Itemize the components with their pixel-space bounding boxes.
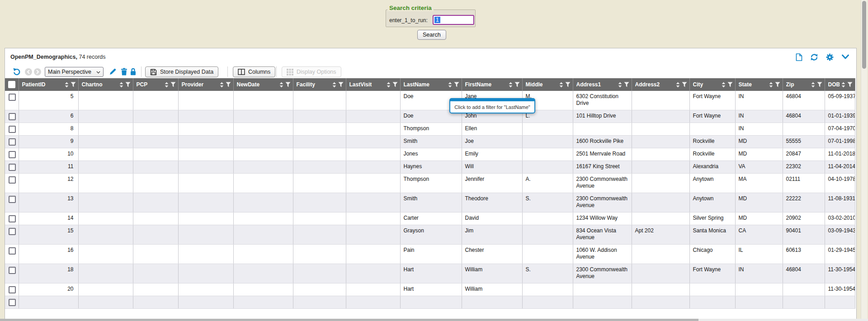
cell-dob: 04-10-1978 (825, 174, 855, 193)
row-checkbox[interactable] (9, 151, 16, 158)
column-header-chartno[interactable]: Chartno (78, 78, 133, 91)
new-document-icon[interactable] (796, 53, 802, 61)
toolbar-separator (227, 66, 228, 77)
column-header-state[interactable]: State (735, 78, 783, 91)
column-label: Zip (786, 81, 809, 88)
row-checkbox[interactable] (9, 299, 16, 306)
filter-icon[interactable] (392, 82, 398, 87)
row-checkbox[interactable] (9, 215, 16, 222)
row-checkbox[interactable] (9, 164, 16, 171)
sort-icon[interactable] (448, 82, 452, 88)
filter-icon[interactable] (125, 82, 131, 87)
edit-pencil-icon[interactable] (109, 68, 117, 76)
filter-icon[interactable] (454, 82, 459, 87)
row-checkbox[interactable] (9, 286, 16, 293)
cell-zip: 20902 (783, 212, 825, 225)
row-checkbox[interactable] (9, 267, 16, 274)
column-header-newdate[interactable]: NewDate (233, 78, 293, 91)
refresh-icon[interactable] (810, 53, 818, 61)
cell-state: MA (735, 174, 783, 193)
search-input[interactable]: 1 (433, 15, 474, 25)
column-header-address2[interactable]: Address2 (632, 78, 689, 91)
sort-icon[interactable] (811, 82, 815, 88)
cell-firstname: Chester (462, 245, 522, 264)
row-checkbox[interactable] (9, 138, 16, 146)
row-checkbox[interactable] (9, 247, 16, 255)
column-label: Address2 (635, 81, 674, 88)
column-header-zip[interactable]: Zip (783, 78, 825, 91)
cell-lastname: Pain (400, 245, 462, 264)
column-header-dob[interactable]: DOB (825, 78, 855, 91)
cell-pcp (133, 283, 178, 296)
search-button[interactable]: Search (417, 30, 446, 40)
columns-button[interactable]: Columns (233, 66, 275, 77)
cell-patientid: 8 (19, 123, 78, 136)
cell-zip: 55555 (783, 136, 825, 148)
sort-icon[interactable] (559, 82, 563, 88)
filter-icon[interactable] (514, 82, 520, 87)
column-header-pcp[interactable]: PCP (133, 78, 178, 91)
horizontal-scrollbar-thumb[interactable] (0, 319, 698, 321)
sort-icon[interactable] (165, 82, 169, 88)
cell-provider (178, 283, 233, 296)
sort-icon[interactable] (220, 82, 224, 88)
row-checkbox[interactable] (9, 126, 16, 133)
sort-icon[interactable] (841, 82, 845, 88)
filter-icon[interactable] (727, 82, 733, 87)
previous-icon[interactable] (25, 68, 32, 76)
filter-icon[interactable] (565, 82, 571, 87)
row-checkbox[interactable] (9, 176, 16, 184)
sort-icon[interactable] (279, 82, 283, 88)
row-checkbox[interactable] (9, 94, 16, 101)
column-header-middle[interactable]: Middle (522, 78, 573, 91)
perspective-select[interactable]: Main Perspective (45, 67, 104, 77)
cell-newdate (233, 136, 293, 148)
column-header-address1[interactable]: Address1 (573, 78, 632, 91)
filter-icon[interactable] (338, 82, 344, 87)
row-checkbox-cell (5, 193, 19, 212)
sort-icon[interactable] (332, 82, 336, 88)
select-all-checkbox[interactable] (5, 78, 19, 91)
settings-gear-icon[interactable] (826, 53, 834, 61)
sort-icon[interactable] (119, 82, 123, 88)
sort-icon[interactable] (676, 82, 680, 88)
filter-icon[interactable] (624, 82, 629, 87)
sort-icon[interactable] (769, 82, 773, 88)
checkbox-icon[interactable] (8, 81, 15, 88)
column-header-facility[interactable]: Facility (293, 78, 346, 91)
filter-icon[interactable] (285, 82, 291, 87)
column-header-patientid[interactable]: PatientID (19, 78, 78, 91)
row-checkbox[interactable] (9, 228, 16, 235)
vertical-scrollbar[interactable] (861, 0, 867, 321)
next-icon[interactable] (34, 68, 41, 76)
toolbar-separator (276, 66, 277, 77)
filter-icon[interactable] (847, 82, 853, 87)
row-checkbox[interactable] (9, 113, 16, 120)
filter-icon[interactable] (682, 82, 687, 87)
undo-icon[interactable] (13, 67, 21, 76)
trash-icon[interactable] (121, 68, 127, 76)
filter-icon[interactable] (817, 82, 822, 87)
row-checkbox[interactable] (9, 196, 16, 203)
filter-icon[interactable] (170, 82, 176, 87)
column-header-firstname[interactable]: FirstName (462, 78, 522, 91)
vertical-scrollbar-thumb[interactable] (862, 1, 866, 69)
sort-icon[interactable] (509, 82, 513, 88)
column-header-lastname[interactable]: LastName (400, 78, 462, 91)
sort-icon[interactable] (722, 82, 726, 88)
column-header-lastvisit[interactable]: LastVisit (346, 78, 400, 91)
lock-icon[interactable] (130, 68, 137, 76)
store-displayed-data-button[interactable]: Store Displayed Data (145, 66, 218, 77)
filter-icon[interactable] (775, 82, 780, 87)
filter-icon[interactable] (226, 82, 231, 87)
sort-icon[interactable] (65, 82, 69, 88)
sort-icon[interactable] (387, 82, 391, 88)
sort-icon[interactable] (618, 82, 622, 88)
collapse-chevron-icon[interactable] (841, 54, 849, 60)
column-header-city[interactable]: City (689, 78, 735, 91)
column-label: LastVisit (349, 81, 385, 88)
horizontal-scrollbar[interactable] (0, 319, 868, 321)
column-label: Provider (182, 81, 218, 88)
filter-icon[interactable] (71, 82, 76, 87)
column-header-provider[interactable]: Provider (178, 78, 233, 91)
